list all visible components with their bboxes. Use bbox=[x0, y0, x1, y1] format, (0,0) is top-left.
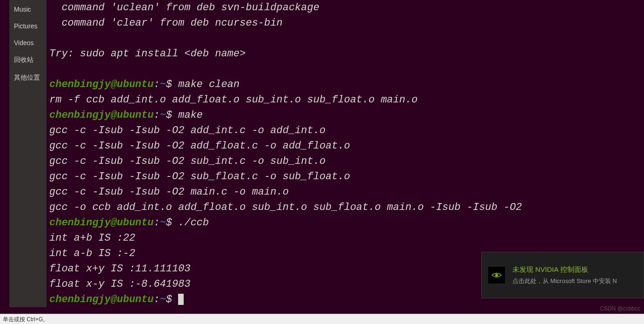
terminal-cursor bbox=[178, 294, 184, 305]
notification-title: 未发现 NVIDIA 控制面板 bbox=[512, 265, 637, 274]
prompt-command: make bbox=[178, 109, 203, 121]
sidebar-item-label: Music bbox=[14, 6, 31, 13]
svg-point-0 bbox=[495, 274, 498, 277]
status-text: 单击或按 Ctrl+G。 bbox=[3, 316, 48, 323]
prompt-user: chenbingjy@ubuntu bbox=[49, 79, 153, 90]
terminal-line: chenbingjy@ubuntu:~$ make clean bbox=[49, 77, 641, 92]
terminal-line: gcc -c -Isub -Isub -O2 sub_int.c -o sub_… bbox=[49, 154, 641, 169]
file-sidebar: Music Pictures Videos 回收站 其他位置 bbox=[9, 0, 46, 307]
prompt-user: chenbingjy@ubuntu bbox=[49, 217, 153, 229]
prompt-path: ~ bbox=[160, 294, 166, 305]
launcher-strip bbox=[0, 0, 9, 307]
terminal-line: rm -f ccb add_int.o add_float.o sub_int.… bbox=[49, 92, 641, 108]
notification-body: 点击此处，从 Microsoft Store 中安装 N bbox=[512, 277, 637, 285]
sidebar-item-pictures[interactable]: Pictures bbox=[9, 18, 46, 34]
sidebar-item-videos[interactable]: Videos bbox=[9, 34, 46, 51]
terminal-line bbox=[49, 31, 641, 46]
status-bar: 单击或按 Ctrl+G。 bbox=[0, 314, 644, 324]
sidebar-item-trash[interactable]: 回收站 bbox=[9, 51, 46, 69]
terminal-line: command 'clear' from deb ncurses-bin bbox=[49, 15, 641, 31]
nvidia-icon bbox=[488, 267, 505, 284]
terminal-line: gcc -c -Isub -Isub -O2 add_float.c -o ad… bbox=[49, 138, 641, 154]
prompt-path: ~ bbox=[160, 79, 166, 90]
terminal-line: command 'uclean' from deb svn-buildpacka… bbox=[49, 0, 641, 15]
terminal-line: gcc -o ccb add_int.o add_float.o sub_int… bbox=[49, 200, 641, 215]
prompt-user: chenbingjy@ubuntu bbox=[49, 109, 153, 121]
watermark: CSDN @ccbbcc bbox=[600, 305, 640, 312]
terminal-line: Try: sudo apt install <deb name> bbox=[49, 46, 641, 61]
sidebar-item-music[interactable]: Music bbox=[9, 1, 46, 18]
terminal-line: chenbingjy@ubuntu:~$ ./ccb bbox=[49, 215, 641, 230]
prompt-command: make clean bbox=[178, 79, 239, 90]
terminal-line: int a+b IS :22 bbox=[49, 230, 641, 246]
prompt-command: ./ccb bbox=[178, 217, 209, 229]
sidebar-item-label: Pictures bbox=[14, 22, 38, 30]
terminal-line bbox=[49, 61, 641, 77]
prompt-path: ~ bbox=[160, 109, 166, 121]
terminal-line: gcc -c -Isub -Isub -O2 main.c -o main.o bbox=[49, 184, 641, 200]
prompt-path: ~ bbox=[160, 217, 166, 229]
nvidia-notification[interactable]: 未发现 NVIDIA 控制面板 点击此处，从 Microsoft Store 中… bbox=[481, 252, 644, 298]
terminal-line: chenbingjy@ubuntu:~$ make bbox=[49, 108, 641, 123]
terminal-line: gcc -c -Isub -Isub -O2 add_int.c -o add_… bbox=[49, 123, 641, 138]
notification-text: 未发现 NVIDIA 控制面板 点击此处，从 Microsoft Store 中… bbox=[512, 265, 637, 285]
prompt-user: chenbingjy@ubuntu bbox=[49, 294, 153, 305]
sidebar-item-label: Videos bbox=[14, 39, 34, 47]
sidebar-item-label: 回收站 bbox=[14, 56, 33, 64]
terminal-line: gcc -c -Isub -Isub -O2 sub_float.c -o su… bbox=[49, 169, 641, 184]
sidebar-item-other-locations[interactable]: 其他位置 bbox=[9, 69, 46, 87]
sidebar-item-label: 其他位置 bbox=[14, 74, 40, 82]
